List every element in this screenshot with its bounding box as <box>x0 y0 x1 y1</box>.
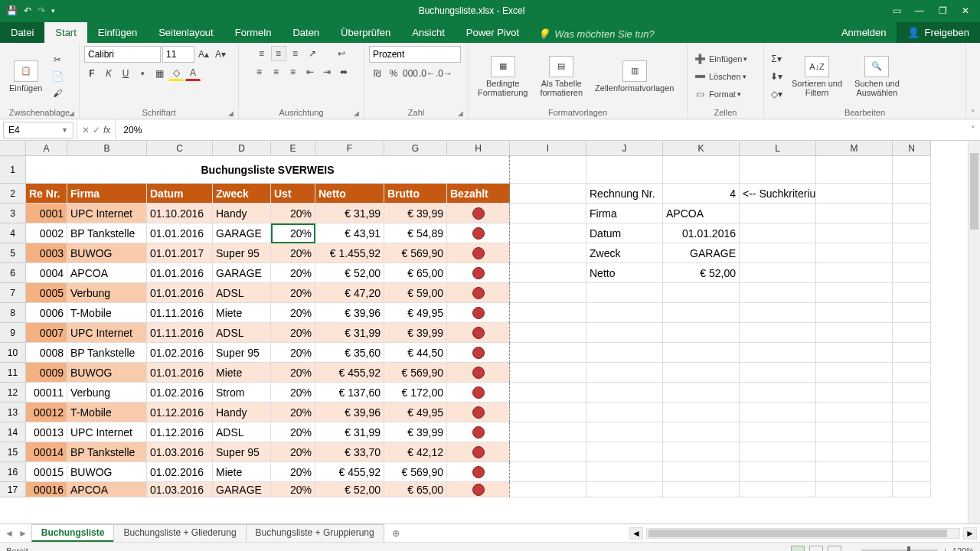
cell[interactable]: 4 <box>663 184 740 204</box>
cancel-formula-button[interactable]: ✕ <box>82 125 90 135</box>
cell[interactable] <box>510 482 586 497</box>
align-center-button[interactable]: ≡ <box>269 64 284 80</box>
cell[interactable] <box>816 283 893 303</box>
dialog-launcher-icon[interactable]: ◢ <box>354 109 359 117</box>
cell[interactable]: 01.01.2016 <box>147 283 213 303</box>
cell[interactable] <box>816 204 893 223</box>
normal-view-button[interactable] <box>791 546 805 552</box>
cell[interactable] <box>663 462 740 482</box>
cell[interactable] <box>893 303 931 323</box>
cell[interactable]: 01.01.2016 <box>147 263 213 283</box>
cell[interactable]: € 42,12 <box>384 442 447 462</box>
cell[interactable] <box>893 243 931 263</box>
accept-formula-button[interactable]: ✓ <box>93 125 100 135</box>
cell[interactable]: 20% <box>271 243 315 263</box>
align-middle-button[interactable]: ≡ <box>271 46 286 61</box>
decrease-decimal-button[interactable]: .0→ <box>436 66 452 81</box>
chevron-down-icon[interactable]: ▼ <box>61 126 68 134</box>
cell[interactable] <box>586 482 663 497</box>
scrollbar-thumb[interactable] <box>970 153 978 230</box>
row-header[interactable]: 17 <box>0 482 26 497</box>
cell[interactable]: 00014 <box>26 442 67 462</box>
row-header[interactable]: 9 <box>0 323 26 343</box>
cell[interactable]: 20% <box>271 462 315 482</box>
collapse-ribbon-button[interactable]: ˄ <box>966 43 980 119</box>
clear-button[interactable]: ◇▾ <box>769 86 784 102</box>
cell[interactable]: € 455,92 <box>315 363 384 383</box>
italic-button[interactable]: K <box>101 66 116 81</box>
row-header[interactable]: 3 <box>0 204 26 223</box>
cell[interactable]: 20% <box>271 223 315 243</box>
column-headers[interactable]: ABCDEFGHIJKLMN <box>26 141 931 156</box>
tab-formeln[interactable]: Formeln <box>224 22 283 43</box>
col-header[interactable]: H <box>447 141 510 156</box>
tab-daten[interactable]: Daten <box>282 22 330 43</box>
cell[interactable]: Super 95 <box>213 243 271 263</box>
horizontal-scrollbar[interactable] <box>646 528 960 539</box>
cell[interactable]: 20% <box>271 442 315 462</box>
row-header[interactable]: 10 <box>0 343 26 363</box>
cell[interactable] <box>893 343 931 363</box>
format-painter-button[interactable]: 🖌 <box>50 86 65 101</box>
cell[interactable] <box>816 243 893 263</box>
cell[interactable] <box>447 343 510 363</box>
cell[interactable]: 20% <box>271 383 315 403</box>
cell[interactable]: 0007 <box>26 323 67 343</box>
cell[interactable]: Datum <box>147 184 213 204</box>
row-header[interactable]: 13 <box>0 403 26 422</box>
row-header[interactable]: 5 <box>0 243 26 263</box>
qa-undo-button[interactable]: ↶ <box>24 5 31 16</box>
cell[interactable] <box>893 156 931 184</box>
cell[interactable]: APCOA <box>67 263 147 283</box>
cell[interactable] <box>510 243 586 263</box>
cell[interactable]: Miete <box>213 303 271 323</box>
cell[interactable] <box>893 283 931 303</box>
row-header[interactable]: 12 <box>0 383 26 403</box>
cell[interactable]: Verbung <box>67 283 147 303</box>
cell[interactable] <box>510 383 586 403</box>
cell[interactable]: € 39,96 <box>315 303 384 323</box>
cell[interactable] <box>510 442 586 462</box>
cell[interactable] <box>586 283 663 303</box>
accounting-format-button[interactable]: ₪ <box>369 66 384 81</box>
cell[interactable] <box>663 303 740 323</box>
orientation-button[interactable]: ↗ <box>305 46 320 61</box>
cell[interactable]: 01.11.2016 <box>147 303 213 323</box>
cell[interactable]: Re Nr. <box>26 184 67 204</box>
row-headers[interactable]: 1234567891011121314151617 <box>0 156 26 497</box>
cell[interactable] <box>893 403 931 422</box>
tab-einfügen[interactable]: Einfügen <box>87 22 148 43</box>
cell[interactable]: BUWOG <box>67 243 147 263</box>
cell[interactable]: 0001 <box>26 204 67 223</box>
cell[interactable] <box>663 323 740 343</box>
cell[interactable] <box>893 363 931 383</box>
page-layout-view-button[interactable] <box>809 546 823 552</box>
page-break-view-button[interactable] <box>828 546 841 552</box>
expand-formula-bar-button[interactable]: ˅ <box>966 125 980 135</box>
cell[interactable]: 0008 <box>26 343 67 363</box>
cell[interactable] <box>740 303 816 323</box>
cell[interactable] <box>586 422 663 442</box>
cell[interactable] <box>586 403 663 422</box>
cell[interactable] <box>740 363 816 383</box>
cell[interactable]: UPC Internet <box>67 422 147 442</box>
insert-function-button[interactable]: fx <box>103 125 110 135</box>
cell[interactable]: ADSL <box>213 422 271 442</box>
increase-decimal-button[interactable]: .0← <box>420 66 435 81</box>
cell[interactable] <box>663 283 740 303</box>
cell[interactable] <box>816 263 893 283</box>
cell[interactable]: € 39,99 <box>384 323 447 343</box>
cell[interactable] <box>447 303 510 323</box>
col-header[interactable]: B <box>67 141 147 156</box>
col-header[interactable]: N <box>893 141 931 156</box>
cell[interactable] <box>740 156 816 184</box>
cell[interactable]: Buchungsliste SVERWEIS <box>26 156 510 184</box>
cell[interactable]: € 43,91 <box>315 223 384 243</box>
wrap-text-button[interactable]: ↩ <box>334 46 349 61</box>
cell[interactable]: 00015 <box>26 462 67 482</box>
cell[interactable] <box>893 462 931 482</box>
cell[interactable] <box>447 263 510 283</box>
cell[interactable]: Netto <box>315 184 384 204</box>
cell[interactable] <box>447 442 510 462</box>
tab-file[interactable]: Datei <box>0 22 44 43</box>
